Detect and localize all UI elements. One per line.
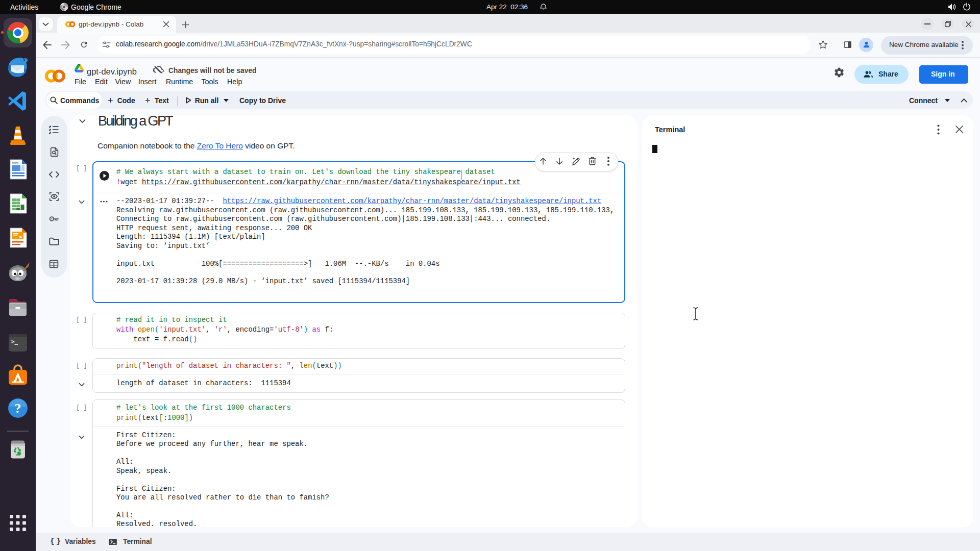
svg-text:>_: >_	[11, 338, 18, 345]
svg-text:?: ?	[15, 401, 21, 416]
